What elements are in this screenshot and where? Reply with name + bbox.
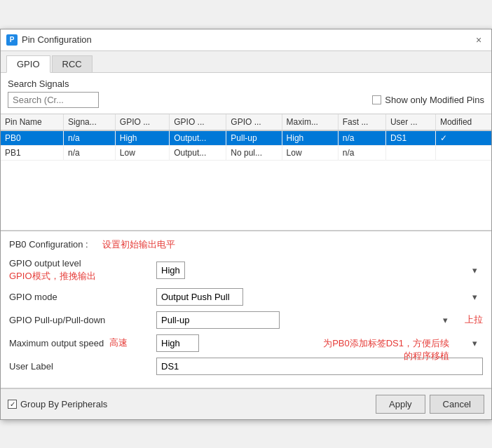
label-gpio-output-level: GPIO output level xyxy=(9,258,81,269)
show-modified-row: Show only Modified Pins xyxy=(372,95,484,105)
bottom-buttons: Apply Cancel xyxy=(376,395,484,414)
cell-fast: n/a xyxy=(338,145,385,160)
bottom-bar: ✓ Group By Peripherals Apply Cancel xyxy=(1,388,491,419)
tab-rcc[interactable]: RCC xyxy=(52,55,93,72)
tab-gpio[interactable]: GPIO xyxy=(6,55,50,73)
col-pin-name: Pin Name xyxy=(1,114,64,130)
cell-gpio2: Output... xyxy=(170,130,226,146)
cell-gpio3: No pul... xyxy=(226,145,282,160)
pin-table-section: Pin Name Signa... GPIO ... GPIO ... GPIO… xyxy=(1,114,491,231)
cell-pin-name: PB1 xyxy=(1,145,64,160)
pin-table: Pin Name Signa... GPIO ... GPIO ... GPIO… xyxy=(1,114,491,161)
close-button[interactable]: × xyxy=(472,33,486,47)
config-row-gpio-output-level: GPIO output level GPIO模式，推挽输出 High Low xyxy=(9,258,483,283)
annotation-speed: 高速 xyxy=(109,337,128,349)
cell-gpio2: Output... xyxy=(170,145,226,160)
col-gpio-1: GPIO ... xyxy=(115,114,169,130)
window-title: Pin Configuration xyxy=(22,34,92,45)
cell-maxim: High xyxy=(282,130,338,146)
cell-gpio3: Pull-up xyxy=(226,130,282,146)
label-user-label: User Label xyxy=(9,361,149,372)
config-row-area: GPIO output level GPIO模式，推挽输出 xyxy=(9,258,149,283)
cell-user xyxy=(385,145,435,160)
label-gpio-pull: GPIO Pull-up/Pull-down xyxy=(9,315,105,325)
select-max-speed[interactable]: High Low Medium xyxy=(156,334,199,352)
select-gpio-mode[interactable]: Output Push Pull Output Open Drain xyxy=(156,288,243,306)
select-wrapper-gpio-output: High Low xyxy=(156,262,483,279)
cell-gpio1: Low xyxy=(115,145,169,160)
col-maxim: Maxim... xyxy=(282,114,338,130)
annotation-gpio-mode: GPIO模式，推挽输出 xyxy=(9,271,96,281)
main-window: P Pin Configuration × GPIO RCC Search Si… xyxy=(0,29,492,420)
group-by-label: Group By Peripherals xyxy=(20,399,107,409)
table-row[interactable]: PB0 n/a High Output... Pull-up High n/a … xyxy=(1,130,491,146)
col-modified: Modified xyxy=(435,114,491,130)
config-title: PB0 Configuration : xyxy=(9,239,88,250)
cell-modified xyxy=(435,145,491,160)
select-gpio-output-level[interactable]: High Low xyxy=(156,262,185,279)
search-row: Show only Modified Pins xyxy=(8,92,484,108)
select-wrapper-gpio-mode: Output Push Pull Output Open Drain xyxy=(156,288,483,306)
config-title-row: PB0 Configuration : 设置初始输出电平 xyxy=(9,238,483,251)
cancel-button[interactable]: Cancel xyxy=(430,395,484,414)
table-header-row: Pin Name Signa... GPIO ... GPIO ... GPIO… xyxy=(1,114,491,130)
search-input[interactable] xyxy=(8,92,99,108)
label-gpio-mode: GPIO mode xyxy=(9,292,149,302)
col-gpio-3: GPIO ... xyxy=(226,114,282,130)
cell-modified: ✓ xyxy=(435,130,491,146)
annotation-pull: 上拉 xyxy=(465,313,483,326)
label-speed-area: Maximum output speed 高速 xyxy=(9,337,149,349)
cell-pin-name: PB0 xyxy=(1,130,64,146)
label-pull-area: GPIO Pull-up/Pull-down xyxy=(9,315,149,325)
col-signal: Signa... xyxy=(64,114,116,130)
title-bar: P Pin Configuration × xyxy=(1,29,491,51)
cell-gpio1: High xyxy=(115,130,169,146)
label-max-speed: Maximum output speed xyxy=(9,338,104,348)
col-gpio-2: GPIO ... xyxy=(170,114,226,130)
col-user: User ... xyxy=(385,114,435,130)
search-label: Search Signals xyxy=(8,79,484,89)
cell-signal: n/a xyxy=(64,130,116,146)
show-modified-label: Show only Modified Pins xyxy=(385,95,484,105)
config-section: PB0 Configuration : 设置初始输出电平 GPIO output… xyxy=(1,231,491,388)
cell-user: DS1 xyxy=(385,130,435,146)
search-section: Search Signals Show only Modified Pins xyxy=(1,73,491,114)
select-gpio-pull[interactable]: Pull-up Pull-down No pull-up and no pull… xyxy=(156,311,280,329)
cell-fast: n/a xyxy=(338,130,385,146)
tab-bar: GPIO RCC xyxy=(1,51,491,73)
cell-maxim: Low xyxy=(282,145,338,160)
show-modified-checkbox[interactable] xyxy=(372,95,381,104)
config-row-gpio-pull: GPIO Pull-up/Pull-down Pull-up Pull-down… xyxy=(9,311,483,329)
table-row[interactable]: PB1 n/a Low Output... No pul... Low n/a xyxy=(1,145,491,160)
title-bar-left: P Pin Configuration xyxy=(6,34,92,46)
config-annotation-title: 设置初始输出电平 xyxy=(102,238,175,251)
window-icon: P xyxy=(6,34,18,46)
apply-button[interactable]: Apply xyxy=(376,395,425,414)
group-by-section: ✓ Group By Peripherals xyxy=(8,399,107,409)
config-row-gpio-mode: GPIO mode Output Push Pull Output Open D… xyxy=(9,288,483,306)
table-spacer xyxy=(1,161,491,231)
select-wrapper-pull: Pull-up Pull-down No pull-up and no pull… xyxy=(156,311,453,329)
annotation-bottom-right: 为PB0添加标签DS1，方便后续的程序移植 xyxy=(323,337,449,362)
cell-signal: n/a xyxy=(64,145,116,160)
group-by-checkbox[interactable]: ✓ xyxy=(8,400,17,409)
col-fast: Fast ... xyxy=(338,114,385,130)
